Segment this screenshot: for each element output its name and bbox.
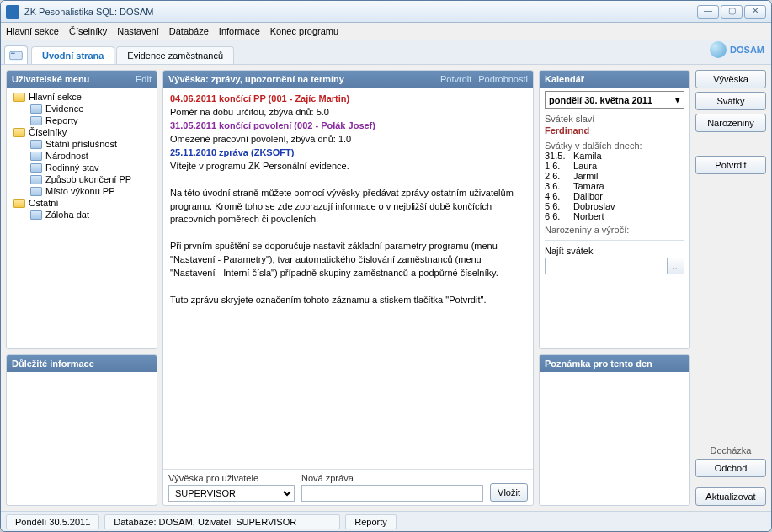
svatky-button[interactable]: Svátky (695, 92, 766, 110)
odchod-button[interactable]: Odchod (695, 459, 766, 477)
tree-item-evidence[interactable]: Evidence (12, 103, 152, 114)
status-reporty[interactable]: Reporty (345, 514, 397, 529)
tabbar: Úvodní strana Evidence zaměstnanců DOSAM (1, 40, 771, 65)
narozeniny-button[interactable]: Narozeniny (695, 114, 766, 132)
edit-link[interactable]: Edit (136, 74, 152, 84)
svatek-label: Svátek slaví (545, 114, 684, 124)
new-message-input[interactable] (301, 485, 483, 502)
search-svatek-label: Najít svátek (545, 246, 684, 256)
potvrdit-button[interactable]: Potvrdit (695, 156, 766, 174)
notice-ending-permit: 31.05.2011 končící povolení (002 - Polák… (170, 120, 526, 133)
date-picker[interactable]: pondělí 30. května 2011 ▾ (545, 91, 684, 109)
chevron-down-icon: ▾ (675, 94, 680, 105)
menu-hlavni-sekce[interactable]: Hlavní sekce (6, 26, 59, 36)
board-details-link[interactable]: Podrobnosti (478, 74, 528, 84)
item-icon (30, 152, 42, 161)
aktualizovat-button[interactable]: Aktualizovat (695, 487, 766, 506)
tree: Hlavní sekce Evidence Reporty Číselníky … (7, 88, 157, 348)
svatek-name: Ferdinand (545, 125, 684, 136)
maximize-button[interactable]: ▢ (721, 5, 743, 19)
new-message-label: Nová zpráva (301, 473, 483, 483)
tree-group-ciselniky[interactable]: Číselníky (12, 126, 152, 138)
dochazka-label: Docházka (695, 445, 766, 455)
tree-item-narodnost[interactable]: Národnost (12, 150, 152, 162)
tree-item-rodinny-stav[interactable]: Rodinný stav (12, 162, 152, 173)
menu-ciselniky[interactable]: Číselníky (69, 26, 107, 36)
search-svatek-button[interactable]: … (668, 258, 684, 274)
insert-button[interactable]: Vložit (490, 483, 528, 502)
notice-ending-pp: 04.06.2011 končící PP (001 - Zajíc Marti… (170, 93, 526, 106)
important-info-header: Důležité informace (7, 355, 157, 372)
folder-icon (13, 199, 25, 208)
notice-ending-pp-text: Poměr na dobu určitou, zbývá dnů: 5.0 (170, 106, 526, 120)
menu-nastaveni[interactable]: Nastavení (117, 26, 159, 36)
tree-group-hlavni-sekce[interactable]: Hlavní sekce (12, 91, 152, 103)
calendar-header: Kalendář (540, 71, 689, 88)
next-svatky-label: Svátky v dalších dnech: (545, 141, 684, 151)
board-footer: Vývěska pro uživatele SUPERVISOR Nová zp… (163, 469, 533, 505)
status-date: Pondělí 30.5.2011 (6, 514, 99, 529)
menu-konec[interactable]: Konec programu (270, 26, 338, 36)
board-confirm-link[interactable]: Potvrdit (440, 74, 471, 84)
nameday-row: 1.6.Laura (545, 161, 684, 171)
item-icon (30, 210, 42, 220)
content-area: Uživatelské menu Edit Hlavní sekce Evide… (1, 65, 771, 511)
brand-logo: DOSAM (710, 41, 764, 58)
item-icon (30, 140, 42, 149)
tab-evidence-zamestnancu[interactable]: Evidence zaměstnanců (116, 46, 234, 64)
note-body[interactable] (540, 372, 689, 505)
nameday-row: 2.6.Jarmil (545, 171, 684, 181)
tree-item-statni-prislusnost[interactable]: Státní příslušnost (12, 138, 152, 150)
titlebar: ZK Pesonalistika SQL: DOSAM — ▢ ✕ (1, 1, 771, 23)
app-icon (6, 5, 19, 19)
intro-para-3: Tuto zprávu skryjete označením tohoto zá… (170, 294, 526, 307)
intro-para-1: Na této úvodní straně můžete pomocí vývě… (170, 187, 526, 227)
nameday-row: 6.6.Norbert (545, 211, 684, 221)
home-icon-tab[interactable] (4, 45, 28, 64)
nameday-row: 31.5.Kamila (545, 151, 684, 161)
board-header: Vývěska: zprávy, upozornění na termíny P… (163, 71, 533, 88)
board-body: 04.06.2011 končící PP (001 - Zajíc Marti… (163, 88, 533, 469)
tab-uvodni-strana[interactable]: Úvodní strana (31, 46, 114, 64)
birth-label: Narozeniny a výročí: (545, 225, 684, 235)
nameday-row: 5.6.Dobroslav (545, 201, 684, 211)
tree-group-ostatni[interactable]: Ostatní (12, 197, 152, 209)
menu-informace[interactable]: Informace (219, 26, 260, 36)
intro-para-2: Při prvním spuštění se doporučuje nastav… (170, 240, 526, 280)
window-title: ZK Pesonalistika SQL: DOSAM (24, 7, 697, 17)
tree-item-reporty[interactable]: Reporty (12, 114, 152, 126)
close-button[interactable]: ✕ (744, 5, 766, 19)
welcome-text: Vítejte v programu ZK Personální evidenc… (170, 160, 526, 173)
note-header: Poznámka pro tento den (540, 355, 689, 372)
svg-rect-1 (11, 52, 15, 53)
user-select-label: Vývěska pro uživatele (168, 473, 295, 483)
nameday-row: 3.6.Tamara (545, 181, 684, 191)
tree-item-zaloha-dat[interactable]: Záloha dat (12, 209, 152, 221)
item-icon (30, 104, 42, 114)
globe-icon (710, 41, 727, 58)
minimize-button[interactable]: — (697, 5, 719, 19)
important-info-body (7, 372, 157, 505)
notice-ending-permit-text: Omezené pracovní povolení, zbývá dnů: 1.… (170, 133, 526, 146)
nameday-row: 4.6.Dalibor (545, 191, 684, 201)
user-select[interactable]: SUPERVISOR (168, 485, 295, 502)
item-icon (30, 175, 42, 184)
vyveska-button[interactable]: Vývěska (695, 70, 766, 88)
app-window: ZK Pesonalistika SQL: DOSAM — ▢ ✕ Hlavní… (0, 0, 772, 532)
item-icon (30, 187, 42, 196)
folder-icon (13, 93, 25, 102)
item-icon (30, 163, 42, 173)
statusbar: Pondělí 30.5.2011 Databáze: DOSAM, Uživa… (1, 511, 771, 531)
status-db: Databáze: DOSAM, Uživatel: SUPERVISOR (104, 514, 340, 529)
item-icon (30, 116, 42, 125)
notice-message: 25.11.2010 zpráva (ZKSOFT) (170, 146, 526, 160)
menu-databaze[interactable]: Databáze (169, 26, 209, 36)
search-svatek-input[interactable] (545, 258, 668, 274)
menubar: Hlavní sekce Číselníky Nastavení Databáz… (1, 23, 771, 40)
tree-item-misto-vykonu[interactable]: Místo výkonu PP (12, 185, 152, 197)
tree-item-zpusob-ukonceni[interactable]: Způsob ukončení PP (12, 173, 152, 185)
user-menu-header: Uživatelské menu Edit (7, 71, 157, 88)
folder-icon (13, 128, 25, 137)
